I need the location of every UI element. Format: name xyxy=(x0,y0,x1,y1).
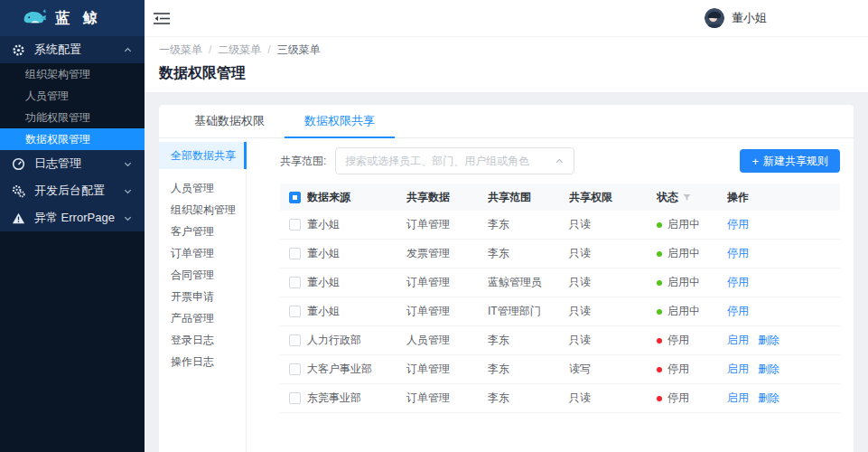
row-checkbox[interactable] xyxy=(289,392,301,404)
new-share-rule-button[interactable]: + 新建共享规则 xyxy=(740,149,840,173)
category-item[interactable]: 订单管理 xyxy=(159,242,246,264)
breadcrumb-item[interactable]: 三级菜单 xyxy=(277,43,321,56)
cell-share-permission: 只读 xyxy=(569,246,657,261)
row-actions: 启用删除 xyxy=(727,362,840,377)
sidebar-section-label: 开发后台配置 xyxy=(34,183,105,199)
cell-shared-data: 人员管理 xyxy=(406,333,488,348)
sidebar-subitem[interactable]: 组织架构管理 xyxy=(0,63,145,85)
row-checkbox[interactable] xyxy=(289,306,301,317)
cell-data-source: 董小姐 xyxy=(307,304,406,319)
action-link[interactable]: 删除 xyxy=(758,391,779,406)
row-checkbox[interactable] xyxy=(289,277,301,288)
status-dot-icon xyxy=(657,338,662,344)
chevron-down-icon xyxy=(123,159,133,169)
col-actions: 操作 xyxy=(727,190,840,205)
category-item[interactable]: 组织架构管理 xyxy=(159,199,246,221)
plus-icon: + xyxy=(751,155,759,167)
sidebar-section-label: 系统配置 xyxy=(34,42,81,58)
row-actions: 停用 xyxy=(727,217,840,232)
warning-icon xyxy=(12,212,25,225)
app-window: 蓝 鲸 系统配置 组织架构管理人员管理功能权限管理数据权限管理 日志管理开发后台… xyxy=(0,0,868,452)
cell-shared-data: 订单管理 xyxy=(406,304,488,319)
sidebar: 蓝 鲸 系统配置 组织架构管理人员管理功能权限管理数据权限管理 日志管理开发后台… xyxy=(0,0,145,452)
status-dot-icon xyxy=(657,222,662,228)
gears-icon xyxy=(12,184,25,198)
cell-data-source: 东莞事业部 xyxy=(307,391,406,406)
action-link[interactable]: 停用 xyxy=(727,304,749,319)
category-item[interactable]: 合同管理 xyxy=(159,264,246,286)
select-all-checkbox[interactable] xyxy=(289,192,301,203)
sidebar-subitem[interactable]: 数据权限管理 xyxy=(0,128,145,150)
cell-data-source: 董小姐 xyxy=(307,246,406,261)
sidebar-section-system-config[interactable]: 系统配置 xyxy=(0,36,145,63)
col-share-scope: 共享范围 xyxy=(488,190,569,205)
table-row: 董小姐发票管理李东只读启用中停用 xyxy=(280,240,840,268)
breadcrumb-item[interactable]: 二级菜单 xyxy=(218,43,261,56)
sidebar-subitem[interactable]: 人员管理 xyxy=(0,85,145,107)
cell-shared-data: 订单管理 xyxy=(406,362,488,377)
table-row: 董小姐订单管理IT管理部门只读启用中停用 xyxy=(280,297,840,326)
share-scope-label: 共享范围: xyxy=(280,154,326,169)
row-actions: 停用 xyxy=(727,304,840,319)
status-badge: 启用中 xyxy=(657,275,727,290)
row-checkbox[interactable] xyxy=(289,334,301,346)
chevron-down-icon xyxy=(123,186,133,196)
category-item[interactable]: 操作日志 xyxy=(159,351,246,372)
action-link[interactable]: 停用 xyxy=(727,217,749,232)
row-checkbox[interactable] xyxy=(289,219,301,231)
status-dot-icon xyxy=(657,251,662,257)
action-link[interactable]: 启用 xyxy=(727,333,749,348)
category-item[interactable]: 登录日志 xyxy=(159,329,246,351)
top-header: 董小姐 xyxy=(145,0,868,36)
row-checkbox[interactable] xyxy=(289,363,301,375)
sidebar-subitem[interactable]: 功能权限管理 xyxy=(0,107,145,128)
action-link[interactable]: 停用 xyxy=(727,246,749,261)
sidebar-submenu: 组织架构管理人员管理功能权限管理数据权限管理 xyxy=(0,63,145,150)
chevron-down-icon xyxy=(123,213,133,223)
chevron-up-icon xyxy=(555,156,565,166)
content-area: 基础数据权限 数据权限共享 全部数据共享 人员管理组织架构管理客户管理订单管理合… xyxy=(145,92,868,452)
cell-data-source: 人力行政部 xyxy=(307,333,406,348)
share-scope-select[interactable]: 搜索或选择员工、部门、用户组或角色 xyxy=(335,147,574,174)
action-link[interactable]: 启用 xyxy=(727,391,749,406)
breadcrumb-separator: / xyxy=(209,43,211,56)
category-item[interactable]: 产品管理 xyxy=(159,307,246,329)
breadcrumb: 一级菜单/二级菜单/三级菜单 xyxy=(159,43,868,56)
action-link[interactable]: 删除 xyxy=(758,362,779,377)
status-badge: 停用 xyxy=(657,333,727,348)
breadcrumb-item[interactable]: 一级菜单 xyxy=(159,43,202,56)
user-name: 董小姐 xyxy=(732,10,767,26)
cell-shared-data: 发票管理 xyxy=(406,246,488,261)
table-header: 数据来源 共享数据 共享范围 共享权限 状态 操作 xyxy=(280,184,840,211)
status-dot-icon xyxy=(657,309,662,315)
sidebar-section[interactable]: 开发后台配置 xyxy=(0,177,145,204)
cell-shared-data: 订单管理 xyxy=(406,275,488,290)
tab-data-permission-share[interactable]: 数据权限共享 xyxy=(285,105,395,137)
brand-logo[interactable]: 蓝 鲸 xyxy=(0,0,145,36)
menu-fold-icon[interactable] xyxy=(154,12,170,25)
cell-share-scope: 蓝鲸管理员 xyxy=(488,275,569,290)
row-checkbox[interactable] xyxy=(289,248,301,259)
action-link[interactable]: 停用 xyxy=(727,275,749,290)
filter-funnel-icon[interactable] xyxy=(683,193,691,202)
action-link[interactable]: 启用 xyxy=(727,362,749,377)
sidebar-section[interactable]: 日志管理 xyxy=(0,150,145,177)
action-link[interactable]: 删除 xyxy=(758,333,779,348)
table-row: 人力行政部人员管理李东只读停用启用删除 xyxy=(280,326,840,355)
category-item[interactable]: 人员管理 xyxy=(159,177,246,199)
status-dot-icon xyxy=(657,280,662,286)
user-menu[interactable]: 董小姐 xyxy=(705,8,767,28)
sidebar-section[interactable]: 异常 ErrorPage xyxy=(0,204,145,231)
table-body: 董小姐订单管理李东只读启用中停用董小姐发票管理李东只读启用中停用董小姐订单管理蓝… xyxy=(280,211,840,413)
category-item-all-shares[interactable]: 全部数据共享 xyxy=(159,142,246,169)
status-badge: 启用中 xyxy=(657,217,727,232)
user-avatar xyxy=(705,8,724,28)
category-item[interactable]: 客户管理 xyxy=(159,221,246,242)
table-row: 董小姐订单管理蓝鲸管理员只读启用中停用 xyxy=(280,268,840,297)
tab-basic-data-permission[interactable]: 基础数据权限 xyxy=(174,105,285,137)
cell-share-scope: 李东 xyxy=(488,217,569,232)
table-row: 董小姐订单管理李东只读启用中停用 xyxy=(280,211,840,240)
cell-share-scope: IT管理部门 xyxy=(488,304,569,319)
content-card: 基础数据权限 数据权限共享 全部数据共享 人员管理组织架构管理客户管理订单管理合… xyxy=(159,105,854,452)
category-item[interactable]: 开票申请 xyxy=(159,286,246,307)
